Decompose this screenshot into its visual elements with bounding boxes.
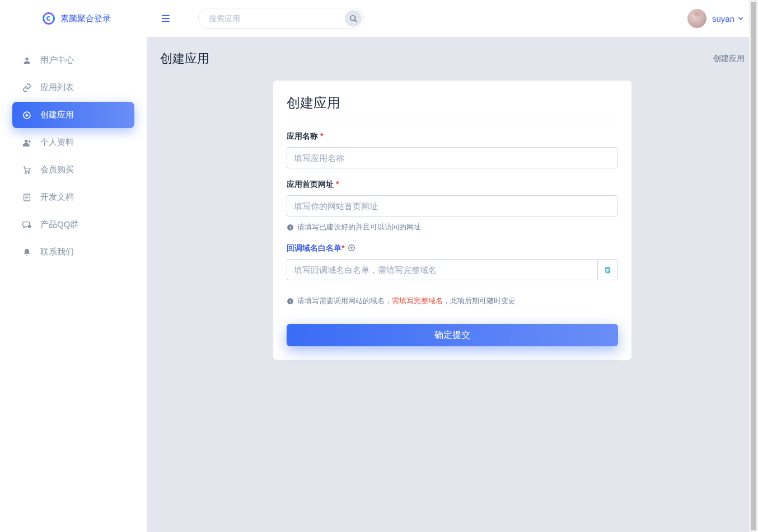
sidebar: 素颜聚合登录 用户中心 应用列表 创建应用 个人资料 会员购买 — [0, 0, 147, 532]
scrollbar[interactable] — [749, 0, 758, 532]
brand-name: 素颜聚合登录 — [60, 13, 111, 24]
search-icon — [349, 15, 358, 23]
sidebar-item-app-list[interactable]: 应用列表 — [12, 74, 134, 101]
sidebar-item-profile[interactable]: 个人资料 — [12, 129, 134, 156]
chat-icon — [22, 220, 32, 229]
search-wrap — [198, 8, 364, 29]
plus-circle-icon — [22, 111, 32, 120]
info-icon — [287, 224, 294, 231]
label-app-name: 应用名称 * — [287, 131, 618, 142]
sidebar-item-label: 用户中心 — [40, 55, 74, 65]
input-callback[interactable] — [287, 259, 597, 280]
required-mark: * — [336, 180, 339, 189]
sidebar-item-qq-group[interactable]: 产品QQ群 — [12, 211, 134, 238]
submit-button[interactable]: 确定提交 — [287, 324, 618, 346]
document-icon — [22, 193, 32, 202]
card-title: 创建应用 — [287, 94, 618, 120]
svg-point-4 — [28, 172, 29, 173]
svg-point-6 — [28, 225, 31, 228]
bell-icon — [22, 248, 32, 257]
link-icon — [22, 83, 32, 92]
svg-point-7 — [350, 15, 355, 20]
sidebar-item-user-center[interactable]: 用户中心 — [12, 47, 134, 73]
sidebar-item-docs[interactable]: 开发文档 — [12, 184, 134, 210]
trash-icon — [603, 266, 612, 274]
svg-point-3 — [25, 172, 26, 173]
field-callback: 回调域名白名单* 请填写需要调用网站的域名，需填写完整域名，此项后期可随时变更 — [287, 243, 618, 306]
svg-point-0 — [25, 57, 28, 60]
sidebar-item-label: 会员购买 — [40, 164, 74, 175]
sidebar-item-label: 开发文档 — [40, 192, 74, 203]
help-callback: 请填写需要调用网站的域名，需填写完整域名，此项后期可随时变更 — [287, 296, 618, 306]
label-app-url: 应用首页网址 * — [287, 180, 618, 190]
page-head: 创建应用 创建应用 — [160, 50, 745, 67]
input-app-name[interactable] — [287, 147, 618, 168]
callback-input-group — [287, 259, 618, 280]
page-title: 创建应用 — [160, 50, 209, 67]
add-domain-icon[interactable] — [348, 243, 355, 252]
menu-toggle-icon[interactable] — [160, 13, 171, 23]
chevron-down-icon — [737, 15, 745, 22]
user-icon — [22, 56, 32, 65]
cart-icon — [22, 166, 32, 175]
content: 创建应用 创建应用 创建应用 应用名称 * 应用首页网址 * — [147, 37, 758, 532]
sidebar-item-contact[interactable]: 联系我们 — [12, 239, 134, 265]
sidebar-item-label: 创建应用 — [40, 110, 74, 120]
sidebar-item-label: 联系我们 — [40, 247, 74, 257]
user-menu[interactable]: suyan — [687, 9, 745, 28]
topbar: suyan — [147, 0, 758, 37]
sidebar-item-label: 个人资料 — [40, 137, 74, 148]
help-app-url: 请填写已建设好的并且可以访问的网址 — [287, 222, 618, 232]
nav-list: 用户中心 应用列表 创建应用 个人资料 会员购买 开发文档 — [0, 36, 147, 265]
breadcrumb: 创建应用 — [713, 54, 745, 64]
label-callback: 回调域名白名单* — [287, 243, 618, 253]
field-app-name: 应用名称 * — [287, 131, 618, 168]
sidebar-item-create-app[interactable]: 创建应用 — [12, 102, 134, 128]
avatar — [687, 9, 706, 28]
required-mark: * — [341, 243, 344, 252]
sidebar-item-label: 应用列表 — [40, 82, 74, 93]
sidebar-item-member-buy[interactable]: 会员购买 — [12, 157, 134, 183]
form-card: 创建应用 应用名称 * 应用首页网址 * 请填写已建设好的并且可以访问的网址 — [273, 81, 631, 360]
search-input[interactable] — [198, 8, 364, 29]
delete-domain-button[interactable] — [597, 259, 618, 280]
logo[interactable]: 素颜聚合登录 — [0, 9, 147, 36]
scrollbar-thumb[interactable] — [749, 0, 758, 532]
field-app-url: 应用首页网址 * 请填写已建设好的并且可以访问的网址 — [287, 180, 618, 232]
search-button[interactable] — [345, 10, 362, 27]
sidebar-item-label: 产品QQ群 — [40, 219, 78, 230]
input-app-url[interactable] — [287, 195, 618, 216]
user-plus-icon — [22, 138, 32, 147]
logo-icon — [43, 12, 55, 25]
username: suyan — [712, 14, 734, 23]
svg-point-2 — [25, 139, 27, 142]
required-mark: * — [320, 131, 323, 140]
info-icon — [287, 298, 294, 305]
